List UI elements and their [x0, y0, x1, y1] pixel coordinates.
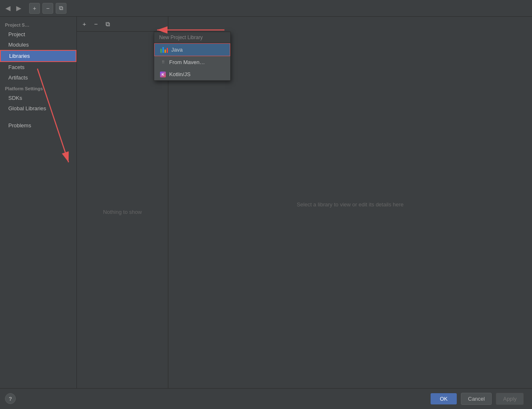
sidebar-item-facets[interactable]: Facets [0, 62, 76, 72]
dropdown-item-java[interactable]: Java [154, 43, 230, 56]
maven-icon: ⠿ [160, 59, 166, 65]
sidebar-item-problems[interactable]: Problems [0, 120, 76, 131]
sidebar-item-sdks[interactable]: SDKs [0, 93, 76, 103]
toolbar: ◀ ▶ + − ⧉ [0, 0, 532, 17]
sidebar-item-global-libraries[interactable]: Global Libraries [0, 103, 76, 114]
dropdown-item-maven[interactable]: ⠿ From Maven… [154, 56, 230, 68]
apply-button[interactable]: Apply [496, 393, 524, 405]
remove-library-button[interactable]: − [91, 19, 101, 29]
java-label: Java [171, 47, 182, 53]
content-area: + − ⧉ Nothing to show Select a library t… [77, 17, 532, 392]
sidebar-item-libraries[interactable]: Libraries [0, 50, 76, 62]
sidebar-item-artifacts[interactable]: Artifacts [0, 72, 76, 83]
add-library-button[interactable]: + [79, 19, 89, 29]
platform-section-header: Platform Settings [0, 83, 76, 93]
dropdown-header: New Project Library [154, 32, 230, 43]
cancel-button[interactable]: Cancel [461, 393, 492, 405]
sidebar: Project S… Project Modules Libraries Fac… [0, 17, 77, 392]
sidebar-item-project[interactable]: Project [0, 29, 76, 40]
forward-button[interactable]: ▶ [14, 4, 23, 13]
ok-button[interactable]: OK [431, 393, 457, 404]
copy-library-button[interactable]: ⧉ [103, 19, 113, 29]
kotlin-label: Kotlin/JS [169, 71, 190, 77]
kotlin-icon: K [160, 72, 166, 77]
remove-button[interactable]: − [42, 3, 53, 14]
help-button[interactable]: ? [5, 393, 16, 404]
library-list-toolbar: + − ⧉ [77, 17, 168, 32]
copy-button[interactable]: ⧉ [56, 3, 66, 14]
maven-label: From Maven… [169, 59, 205, 65]
java-icon [160, 47, 168, 53]
back-button[interactable]: ◀ [3, 4, 12, 13]
sidebar-item-modules[interactable]: Modules [0, 40, 76, 50]
dropdown-item-kotlin[interactable]: K Kotlin/JS [154, 68, 230, 80]
bottom-bar: OK Cancel Apply [0, 388, 532, 409]
library-list-empty: Nothing to show [77, 32, 168, 392]
new-project-library-dropdown: New Project Library Java ⠿ From Maven… K… [154, 32, 231, 81]
add-button[interactable]: + [29, 3, 40, 14]
project-section-header: Project S… [0, 20, 76, 29]
